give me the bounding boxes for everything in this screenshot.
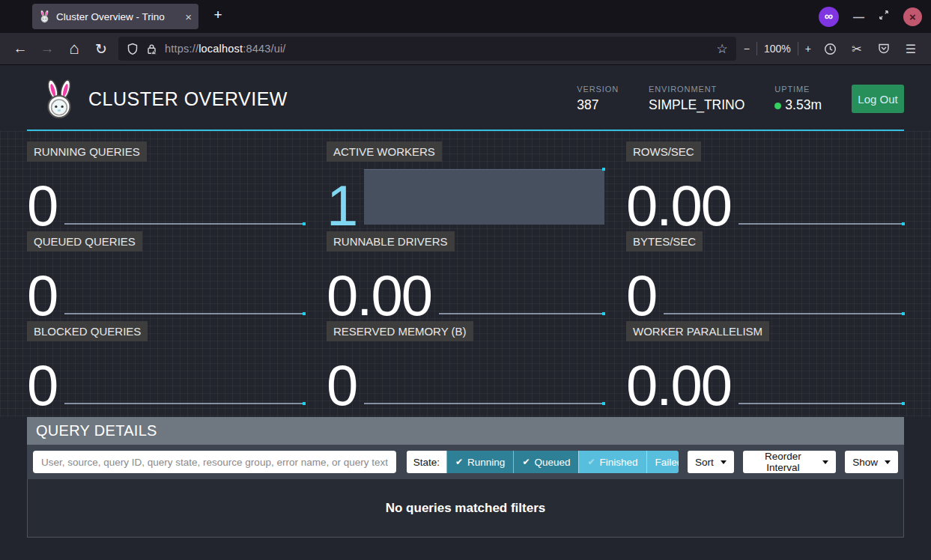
check-icon: ✔ (522, 457, 530, 467)
screenshot-icon[interactable]: ✂ (844, 42, 870, 56)
uptime-info: UPTIME 3.53m (774, 85, 822, 113)
sparkline (439, 313, 604, 314)
stat-label: ACTIVE WORKERS (327, 141, 442, 162)
sparkline (664, 313, 904, 314)
uptime-status-dot (774, 103, 781, 109)
environment-info: ENVIRONMENT SIMPLE_TRINO (649, 85, 745, 113)
trino-favicon-icon (39, 10, 50, 23)
zoom-level[interactable]: 100% (764, 43, 791, 55)
stat-runnable-drivers: RUNNABLE DRIVERS 0.00 (327, 231, 604, 314)
state-filter-finished[interactable]: ✔ Finished (578, 451, 646, 473)
stat-label: RUNNING QUERIES (27, 141, 147, 162)
back-icon[interactable]: ← (7, 40, 33, 57)
stat-label: RESERVED MEMORY (B) (327, 321, 473, 341)
query-search-input[interactable] (33, 451, 396, 473)
tab-title: Cluster Overview - Trino (56, 11, 165, 22)
pocket-icon[interactable] (871, 43, 897, 55)
browser-titlebar: Cluster Overview - Trino × + ∞ — × (0, 0, 931, 33)
state-filter-running[interactable]: ✔ Running (446, 451, 513, 473)
query-details-title: QUERY DETAILS (27, 417, 904, 445)
sparkline (64, 313, 305, 314)
browser-toolbar: ← → ⌂ ↻ https://localhost:8443/ui/ ☆ − 1… (0, 33, 931, 65)
state-filter-failed-dropdown[interactable]: Failed (646, 451, 679, 473)
empty-queries-message: No queries matched filters (27, 479, 904, 538)
sparkline (364, 169, 604, 225)
stat-value: 0.00 (626, 357, 731, 414)
check-icon: ✔ (455, 457, 463, 467)
private-browsing-icon: ∞ (819, 7, 839, 27)
state-filter-queued[interactable]: ✔ Queued (513, 451, 578, 473)
zoom-out-icon[interactable]: − (744, 43, 750, 55)
stat-value: 0.00 (626, 177, 731, 234)
version-info: VERSION 387 (577, 85, 619, 113)
stat-bytes-sec: BYTES/SEC 0 (626, 231, 904, 314)
sparkline (739, 403, 904, 404)
minimize-button[interactable]: — (853, 10, 864, 23)
stat-label: BLOCKED QUERIES (27, 321, 148, 341)
stat-queued-queries: QUEUED QUERIES 0 (27, 231, 305, 314)
stat-active-workers: ACTIVE WORKERS 1 (327, 141, 604, 224)
query-filter-toolbar: State: ✔ Running ✔ Queued ✔ Finished (27, 445, 904, 479)
insecure-lock-icon[interactable] (145, 43, 158, 55)
state-filter-label: State: (407, 451, 446, 473)
stat-label: BYTES/SEC (626, 231, 703, 252)
stat-value: 0.00 (327, 267, 431, 324)
logout-button[interactable]: Log Out (852, 85, 904, 113)
show-dropdown[interactable]: Show (845, 451, 898, 473)
sparkline (364, 403, 604, 404)
forward-icon: → (34, 40, 60, 57)
reload-icon[interactable]: ↻ (88, 40, 114, 58)
divider (798, 42, 798, 55)
chevron-down-icon (885, 460, 891, 464)
stat-worker-parallelism: WORKER PARALLELISM 0.00 (626, 321, 904, 404)
stat-label: ROWS/SEC (626, 141, 701, 162)
stat-value: 0 (327, 357, 357, 414)
stat-label: QUEUED QUERIES (27, 231, 142, 252)
stat-value: 0 (27, 177, 57, 234)
active-workers-link[interactable]: 1 (327, 177, 357, 234)
close-button[interactable]: × (903, 7, 922, 26)
page-title: CLUSTER OVERVIEW (88, 88, 288, 110)
browser-window: Cluster Overview - Trino × + ∞ — × ← → ⌂… (0, 0, 931, 560)
stat-reserved-memory: RESERVED MEMORY (B) 0 (327, 321, 604, 404)
tab-close-icon[interactable]: × (185, 11, 192, 22)
cluster-header: CLUSTER OVERVIEW VERSION 387 ENVIRONMENT… (27, 65, 904, 131)
sparkline (739, 223, 904, 225)
zoom-in-icon[interactable]: + (805, 43, 811, 55)
trino-page: CLUSTER OVERVIEW VERSION 387 ENVIRONMENT… (0, 65, 931, 560)
check-icon: ✔ (587, 457, 595, 467)
stat-value: 0 (27, 357, 57, 414)
tracking-shield-icon[interactable] (127, 43, 139, 55)
stat-label: RUNNABLE DRIVERS (327, 231, 455, 252)
sort-dropdown[interactable]: Sort (688, 451, 734, 473)
url-text: https://localhost:8443/ui/ (165, 43, 286, 55)
sparkline (64, 403, 305, 404)
stat-value: 0 (626, 267, 656, 324)
menu-hamburger-icon[interactable]: ☰ (898, 42, 924, 56)
new-tab-button[interactable]: + (208, 7, 228, 23)
query-details-section: QUERY DETAILS State: ✔ Running ✔ Queued (27, 417, 904, 538)
browser-tab[interactable]: Cluster Overview - Trino × (32, 4, 198, 29)
stat-running-queries: RUNNING QUERIES 0 (27, 141, 305, 224)
trino-logo-icon (42, 79, 76, 119)
stat-value: 0 (27, 267, 57, 324)
restore-window-button[interactable] (879, 10, 889, 23)
cluster-stats-grid: RUNNING QUERIES 0 ACTIVE WORKERS 1 (27, 141, 904, 404)
stat-blocked-queries: BLOCKED QUERIES 0 (27, 321, 305, 404)
reorder-interval-dropdown[interactable]: Reorder Interval (743, 451, 836, 473)
state-filter-group: State: ✔ Running ✔ Queued ✔ Finished (407, 451, 679, 473)
home-icon[interactable]: ⌂ (61, 39, 87, 58)
chevron-down-icon (721, 460, 727, 464)
divider (756, 42, 757, 55)
history-clock-icon[interactable] (817, 43, 843, 55)
chevron-down-icon (822, 460, 828, 464)
bookmark-star-icon[interactable]: ☆ (717, 41, 728, 57)
url-bar[interactable]: https://localhost:8443/ui/ ☆ (118, 37, 736, 61)
sparkline (64, 223, 305, 225)
stat-label: WORKER PARALLELISM (626, 321, 769, 341)
stat-rows-sec: ROWS/SEC 0.00 (626, 141, 904, 224)
